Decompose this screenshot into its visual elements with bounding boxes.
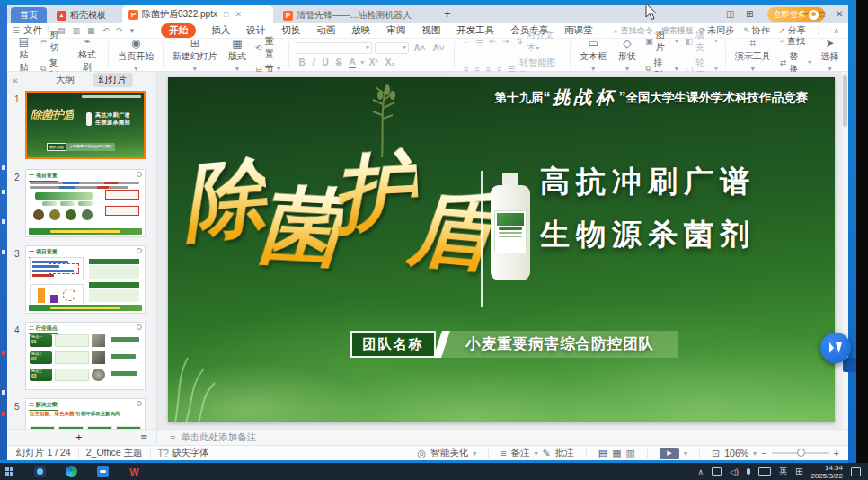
add-slide-button[interactable]: + <box>75 431 83 444</box>
menu-rainclass[interactable]: 雨课堂 <box>564 24 593 37</box>
zoom-slider-knob[interactable] <box>797 449 805 457</box>
outdent-icon[interactable]: ⇤ <box>490 37 497 46</box>
note-toggle[interactable]: 备注 <box>511 447 530 459</box>
paste-button[interactable]: ▤粘贴 <box>11 40 37 69</box>
taskbar-app-icon[interactable] <box>34 466 46 477</box>
maximize-button[interactable]: □ <box>819 9 825 20</box>
subscript-icon[interactable]: X₂ <box>385 58 395 67</box>
textbox-button[interactable]: ▭文本框▾ <box>574 40 612 69</box>
new-slide-button[interactable]: ⊞新建幻灯片▾ <box>167 40 222 69</box>
view-sorter-icon[interactable]: ▦ <box>612 448 621 459</box>
tab-home[interactable]: 首页 <box>11 7 47 23</box>
beautify-button[interactable]: 智能美化 <box>430 447 468 459</box>
slide-1-canvas[interactable]: 第十九届“挑战杯”全国大学生课外学术科技作品竞赛 除 菌 护 盾 <box>168 77 835 422</box>
line-spacing-icon[interactable]: ⇅ <box>516 37 523 46</box>
layout-button[interactable]: ▦版式▾ <box>223 40 252 69</box>
slide-list-menu-icon[interactable]: ≣ <box>140 432 147 442</box>
theme-name[interactable]: 2_Office 主题 <box>86 447 143 459</box>
numbering-icon[interactable]: ≔ <box>475 37 483 46</box>
scrollbar-thumb[interactable] <box>843 75 847 127</box>
ime-indicator[interactable]: 英 <box>779 466 787 477</box>
quickbar-caret-icon[interactable]: ▾ <box>130 26 135 35</box>
tab-slides[interactable]: 幻灯片 <box>93 73 134 87</box>
bold-icon[interactable]: B <box>299 58 306 67</box>
touch-keyboard-icon[interactable] <box>758 467 771 476</box>
workspace-grid-icon[interactable]: ⊞ <box>746 9 753 20</box>
format-painter-button[interactable]: ⌁格式刷 <box>70 40 105 69</box>
more-icon[interactable]: ⋮ <box>814 26 822 35</box>
collab-button[interactable]: ✎协作 <box>743 24 770 37</box>
font-name-combo[interactable] <box>297 42 372 54</box>
vertical-scrollbar[interactable] <box>842 72 848 429</box>
tab-active-document[interactable]: P 除菌护盾0322.pptx □ ✕ <box>122 5 273 23</box>
select-button[interactable]: ➤选择▾ <box>815 40 845 69</box>
tab-outline[interactable]: 大纲 <box>56 74 75 86</box>
menu-review[interactable]: 审阅 <box>386 24 405 37</box>
login-button[interactable]: 立即登录 <box>767 7 825 22</box>
view-reading-icon[interactable]: ▥ <box>626 448 635 459</box>
start-button[interactable] <box>5 467 14 476</box>
italic-icon[interactable]: I <box>313 58 315 67</box>
menu-insert[interactable]: 插入 <box>211 24 230 37</box>
minimize-button[interactable]: ─ <box>802 9 808 20</box>
indent-icon[interactable]: ⇥ <box>502 37 509 46</box>
reset-button[interactable]: ⟲重置 <box>252 35 285 60</box>
thumbnail-slide-3[interactable]: 一 项目背景 <box>25 245 146 314</box>
taskbar-clock[interactable]: 14:54 2025/3/22 <box>810 464 843 480</box>
close-button[interactable]: ✕ <box>836 9 843 20</box>
menu-slideshow[interactable]: 放映 <box>351 24 370 37</box>
menu-view[interactable]: 视图 <box>421 24 440 37</box>
tab-docer-templates[interactable]: ▲ 稻壳模板 <box>50 7 112 23</box>
microphone-icon[interactable] <box>747 468 750 475</box>
comment-toggle[interactable]: 批注 <box>555 447 574 459</box>
notification-center-icon[interactable] <box>851 467 861 476</box>
notes-bar[interactable]: ≡ 单击此处添加备注 <box>157 429 848 445</box>
play-from-current-button[interactable]: ◉当页开始▾ <box>112 40 159 69</box>
tab-pin-icon[interactable]: □ <box>224 10 228 19</box>
taskbar-app-icon-2[interactable] <box>97 466 109 477</box>
picture-button[interactable]: ▣图片▾ <box>642 29 681 54</box>
align-text-button[interactable]: 对齐文本▾ <box>527 29 562 54</box>
underline-icon[interactable]: U <box>323 58 329 67</box>
wps-taskbar-icon[interactable]: W <box>128 466 140 477</box>
ime-grid-icon[interactable]: ⊞ <box>795 467 802 476</box>
new-tab-button[interactable]: + <box>444 7 451 21</box>
superscript-icon[interactable]: X² <box>369 58 378 67</box>
print-icon[interactable]: ▥ <box>73 26 81 35</box>
network-icon[interactable] <box>712 467 722 476</box>
fit-window-icon[interactable]: ⊡ <box>712 448 720 459</box>
bullets-icon[interactable]: ∷ <box>464 37 469 46</box>
font-size-combo[interactable] <box>375 42 409 54</box>
zoom-in-icon[interactable]: + <box>834 448 839 458</box>
font-decrease-icon[interactable]: A˅ <box>433 43 445 53</box>
edge-browser-icon[interactable] <box>66 466 77 477</box>
redo-icon[interactable]: ↷ <box>116 26 123 35</box>
shapes-button[interactable]: ◇形状▾ <box>612 40 642 69</box>
menu-home[interactable]: 开始 <box>161 23 196 38</box>
missing-font-label[interactable]: 缺失字体 <box>172 447 209 459</box>
print-preview-icon[interactable]: ▦ <box>87 26 95 35</box>
font-increase-icon[interactable]: A˄ <box>414 43 426 53</box>
collapse-ribbon-icon[interactable]: ∧ <box>833 26 839 35</box>
undo-icon[interactable]: ↶ <box>102 26 110 35</box>
font-color-icon[interactable]: A <box>349 57 355 68</box>
thumbnail-slide-4[interactable]: 二 行业痛点 痛点一01 痛点二02 痛点三03 <box>25 322 146 390</box>
split-view-icon[interactable]: ◫ <box>726 9 734 20</box>
present-tools-button[interactable]: ⌗演示工具▾ <box>730 40 776 69</box>
panel-collapse-icon[interactable]: « <box>13 75 18 85</box>
strike-icon[interactable]: S <box>336 58 342 67</box>
zoom-out-icon[interactable]: − <box>761 448 766 458</box>
tab-close-icon[interactable]: ✕ <box>235 10 242 19</box>
thumbnail-slide-2[interactable]: 一 项目背景 <box>25 169 146 237</box>
fill-button[interactable]: ◧填充▾ <box>682 29 722 54</box>
slideshow-play-button[interactable]: ▶ <box>660 448 679 459</box>
thumbnail-slide-1[interactable]: 除菌护盾 高抗冲刷广谱生物源杀菌剂 团队名称小麦重要病害综合防控团队 <box>25 91 146 159</box>
tab-second-document[interactable]: P 清管先锋——...油检测机器人 <box>277 7 437 23</box>
view-normal-icon[interactable]: ▤ <box>598 448 607 459</box>
zoom-percent[interactable]: 106% <box>724 448 748 458</box>
cut-button[interactable]: ✂剪切 <box>37 29 70 54</box>
meeting-float-button[interactable] <box>820 333 851 363</box>
menu-animation[interactable]: 动画 <box>316 24 335 37</box>
tray-expand-icon[interactable]: ∧ <box>698 467 704 476</box>
find-button[interactable]: ⌕查找 <box>776 35 815 48</box>
